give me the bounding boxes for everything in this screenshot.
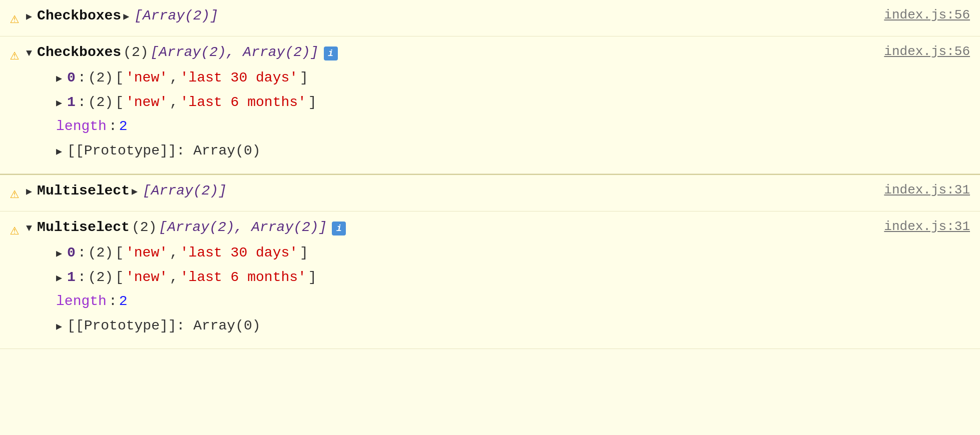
- tree-row-2-0: ▶ 0 : (2) [ 'new' , 'last 30 days' ]: [56, 66, 864, 90]
- file-link-4[interactable]: index.js:31: [864, 216, 970, 238]
- tree-close-4-0: ]: [300, 242, 308, 264]
- tree-val-2-0-1: 'last 30 days': [180, 67, 298, 90]
- tree-val-4-0-1: 'last 30 days': [180, 242, 298, 264]
- tree-children-2: ▶ 0 : (2) [ 'new' , 'last 30 days' ] ▶ 1: [56, 66, 864, 164]
- expand-arrow-3[interactable]: ▶: [26, 184, 32, 200]
- tree-count-2-0: (2): [88, 67, 113, 90]
- tree-val-4-1-0: 'new': [126, 266, 168, 289]
- log-line-4: ▼ Multiselect (2) [Array(2), Array(2)] i: [26, 216, 864, 239]
- tree-row-4-1: ▶ 1 : (2) [ 'new' , 'last 6 months' ]: [56, 266, 864, 290]
- tree-expand-2-proto[interactable]: ▶: [56, 144, 62, 160]
- array-summary-3: [Array(2)]: [143, 180, 227, 202]
- component-name-2: Checkboxes: [37, 42, 121, 64]
- tree-count-4-0: (2): [88, 242, 113, 264]
- warn-icon-1: ⚠: [10, 7, 19, 31]
- tree-open-4-0: [: [115, 242, 124, 264]
- log-line-2: ▼ Checkboxes (2) [Array(2), Array(2)] i: [26, 42, 864, 64]
- length-key-4: length: [56, 290, 107, 313]
- component-name-4: Multiselect: [37, 216, 130, 239]
- log-entry-4-inner: ⚠ ▼ Multiselect (2) [Array(2), Array(2)]…: [10, 216, 970, 338]
- array-count-4: (2): [132, 216, 157, 239]
- tree-expand-4-1[interactable]: ▶: [56, 270, 62, 286]
- expand-arrow-1b[interactable]: ▶: [123, 9, 129, 25]
- array-count-2: (2): [123, 42, 148, 64]
- log-entry-2: ⚠ ▼ Checkboxes (2) [Array(2), Array(2)] …: [0, 36, 980, 174]
- tree-expand-2-1[interactable]: ▶: [56, 96, 62, 112]
- length-value-4: 2: [119, 290, 128, 313]
- component-name-1: Checkboxes: [37, 5, 121, 28]
- info-badge-4: i: [332, 222, 346, 236]
- prototype-text-4: [[Prototype]]: Array(0): [67, 315, 260, 338]
- tree-close-4-1: ]: [308, 266, 317, 289]
- length-value-2: 2: [119, 116, 128, 138]
- console-panel: ⚠ ▶ Checkboxes ▶ [Array(2)] index.js:56 …: [0, 0, 980, 349]
- log-entry-3: ⚠ ▶ Multiselect ▶ [Array(2)] index.js:31: [0, 175, 980, 212]
- tree-comma-2-1: ,: [170, 92, 178, 114]
- tree-row-4-0: ▶ 0 : (2) [ 'new' , 'last 30 days' ]: [56, 241, 864, 266]
- log-content-4: ▼ Multiselect (2) [Array(2), Array(2)] i…: [26, 216, 864, 338]
- expand-arrow-4[interactable]: ▼: [26, 220, 32, 236]
- warn-icon-3: ⚠: [10, 182, 19, 206]
- length-sep-2: :: [109, 116, 117, 138]
- log-entry-1-inner: ⚠ ▶ Checkboxes ▶ [Array(2)] index.js:56: [10, 5, 970, 31]
- log-line-3: ▶ Multiselect ▶ [Array(2)]: [26, 180, 864, 202]
- log-entry-4: ⚠ ▼ Multiselect (2) [Array(2), Array(2)]…: [0, 212, 980, 349]
- file-link-2[interactable]: index.js:56: [864, 42, 970, 62]
- log-content-3: ▶ Multiselect ▶ [Array(2)]: [26, 180, 864, 202]
- tree-sep-2-0: :: [78, 67, 86, 90]
- tree-row-2-proto: ▶ [[Prototype]]: Array(0): [56, 139, 864, 164]
- info-badge-2: i: [324, 46, 338, 60]
- file-link-1[interactable]: index.js:56: [864, 5, 970, 26]
- tree-sep-4-0: :: [78, 242, 86, 264]
- tree-index-4-0: 0: [67, 242, 76, 264]
- tree-val-2-1-0: 'new': [126, 92, 168, 114]
- tree-close-2-0: ]: [300, 67, 308, 90]
- tree-index-2-0: 0: [67, 67, 76, 90]
- tree-expand-2-0[interactable]: ▶: [56, 71, 62, 87]
- tree-open-2-1: [: [115, 92, 124, 114]
- expand-arrow-3b[interactable]: ▶: [132, 184, 138, 200]
- file-link-3[interactable]: index.js:31: [864, 180, 970, 201]
- tree-children-4: ▶ 0 : (2) [ 'new' , 'last 30 days' ] ▶ 1: [56, 241, 864, 338]
- log-content-2: ▼ Checkboxes (2) [Array(2), Array(2)] i …: [26, 42, 864, 164]
- warn-icon-4: ⚠: [10, 218, 19, 242]
- tree-expand-4-proto[interactable]: ▶: [56, 319, 62, 335]
- tree-row-2-1: ▶ 1 : (2) [ 'new' , 'last 6 months' ]: [56, 90, 864, 115]
- array-bracket-2: [Array(2), Array(2)]: [151, 42, 319, 64]
- tree-comma-2-0: ,: [170, 67, 178, 90]
- tree-expand-4-0[interactable]: ▶: [56, 246, 62, 262]
- log-entry-2-inner: ⚠ ▼ Checkboxes (2) [Array(2), Array(2)] …: [10, 42, 970, 164]
- expand-arrow-2[interactable]: ▼: [26, 46, 32, 62]
- log-content-1: ▶ Checkboxes ▶ [Array(2)]: [26, 5, 864, 28]
- tree-val-4-1-1: 'last 6 months': [180, 266, 306, 289]
- tree-val-2-0-0: 'new': [126, 67, 168, 90]
- expand-arrow-1[interactable]: ▶: [26, 9, 32, 25]
- tree-close-2-1: ]: [308, 92, 317, 114]
- component-name-3: Multiselect: [37, 180, 130, 202]
- array-bracket-4: [Array(2), Array(2)]: [159, 216, 327, 239]
- tree-comma-4-0: ,: [170, 242, 178, 264]
- log-line-1: ▶ Checkboxes ▶ [Array(2)]: [26, 5, 864, 28]
- tree-sep-4-1: :: [78, 266, 86, 289]
- warn-icon-2: ⚠: [10, 44, 19, 68]
- log-entry-3-inner: ⚠ ▶ Multiselect ▶ [Array(2)] index.js:31: [10, 180, 970, 206]
- length-sep-4: :: [109, 290, 117, 313]
- tree-val-4-0-0: 'new': [126, 242, 168, 264]
- tree-open-2-0: [: [115, 67, 124, 90]
- tree-row-4-proto: ▶ [[Prototype]]: Array(0): [56, 314, 864, 338]
- log-entry-1: ⚠ ▶ Checkboxes ▶ [Array(2)] index.js:56: [0, 0, 980, 36]
- tree-row-2-length: length : 2: [56, 114, 864, 139]
- tree-index-4-1: 1: [67, 266, 76, 289]
- length-key-2: length: [56, 116, 107, 138]
- tree-index-2-1: 1: [67, 92, 76, 114]
- array-summary-1: [Array(2)]: [134, 5, 218, 28]
- tree-count-2-1: (2): [88, 92, 113, 114]
- tree-sep-2-1: :: [78, 92, 86, 114]
- tree-row-4-length: length : 2: [56, 290, 864, 314]
- tree-open-4-1: [: [115, 266, 124, 289]
- tree-val-2-1-1: 'last 6 months': [180, 92, 306, 114]
- tree-count-4-1: (2): [88, 266, 113, 289]
- tree-comma-4-1: ,: [170, 266, 178, 289]
- prototype-text-2: [[Prototype]]: Array(0): [67, 140, 260, 162]
